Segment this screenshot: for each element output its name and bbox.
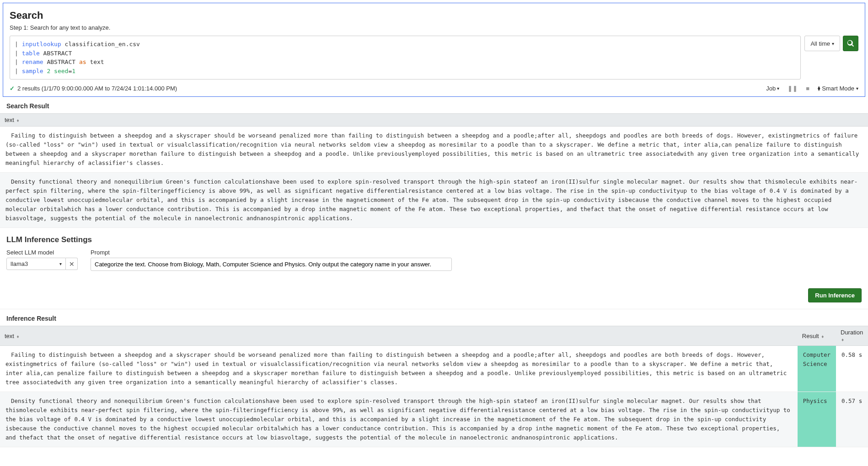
table-row: Failing to distinguish between a sheepdo… — [0, 127, 868, 173]
col-text-header[interactable]: text ♦ — [0, 114, 868, 127]
close-icon: ✕ — [69, 260, 75, 268]
sort-icon: ♦ — [17, 118, 19, 123]
search-panel: Search Step 1: Search for any text to an… — [3, 3, 865, 97]
model-select[interactable]: llama3 ▾ — [6, 258, 66, 270]
job-menu[interactable]: Job ▾ — [766, 85, 779, 92]
text-cell: Failing to distinguish between a sheepdo… — [0, 346, 798, 392]
chevron-down-icon: ▾ — [59, 261, 62, 266]
run-inference-button[interactable]: Run Inference — [808, 288, 862, 302]
col-text-header[interactable]: text ♦ — [0, 326, 798, 346]
chevron-down-icon: ▾ — [832, 41, 834, 46]
prompt-input[interactable] — [91, 258, 452, 271]
check-icon: ✓ — [10, 85, 15, 92]
time-range-label: All time — [810, 40, 830, 47]
llm-settings-heading: LLM Inference Settings — [0, 228, 868, 249]
text-cell: Failing to distinguish between a sheepdo… — [0, 127, 868, 173]
text-cell: Density functional theory and nonequilib… — [0, 392, 798, 447]
duration-cell: 0.57 s — [836, 392, 868, 447]
bolt-icon: ⧫ — [818, 85, 820, 91]
search-result-table: text ♦ Failing to distinguish between a … — [0, 113, 868, 228]
clear-model-button[interactable]: ✕ — [66, 258, 78, 270]
sort-icon: ♦ — [841, 337, 844, 342]
search-title: Search — [10, 10, 858, 21]
search-subtitle: Step 1: Search for any text to analyze. — [10, 24, 858, 31]
result-cell: Physics — [798, 392, 836, 447]
inference-result-heading: Inference Result — [0, 309, 868, 326]
text-cell: Density functional theory and nonequilib… — [0, 173, 868, 228]
search-icon — [847, 40, 854, 47]
inference-result-table: text ♦ Result ♦ Duration ♦ Failing to di… — [0, 326, 868, 447]
chevron-down-icon: ▾ — [856, 86, 858, 91]
search-status-text: 2 results (1/1/70 9:00:00.000 AM to 7/24… — [17, 85, 177, 92]
search-mode-picker[interactable]: ⧫ Smart Mode ▾ — [818, 85, 858, 92]
stop-button[interactable]: ■ — [806, 85, 809, 92]
prompt-label: Prompt — [91, 249, 452, 256]
model-label: Select LLM model — [6, 249, 78, 256]
sort-icon: ♦ — [821, 334, 824, 339]
run-search-button[interactable] — [843, 36, 858, 51]
col-duration-header[interactable]: Duration ♦ — [836, 326, 868, 346]
col-result-header[interactable]: Result ♦ — [798, 326, 836, 346]
model-value: llama3 — [11, 260, 28, 267]
table-row: Density functional theory and nonequilib… — [0, 392, 868, 447]
chevron-down-icon: ▾ — [777, 86, 779, 91]
pause-button[interactable]: ❚❚ — [788, 85, 798, 92]
time-range-picker[interactable]: All time ▾ — [804, 36, 840, 51]
search-query-input[interactable]: | inputlookup classification_en.csv | ta… — [10, 36, 801, 79]
search-result-heading: Search Result — [0, 97, 868, 113]
result-cell: Computer Science — [798, 346, 836, 392]
sort-icon: ♦ — [17, 334, 19, 339]
table-row: Failing to distinguish between a sheepdo… — [0, 346, 868, 392]
duration-cell: 0.58 s — [836, 346, 868, 392]
table-row: Density functional theory and nonequilib… — [0, 173, 868, 228]
